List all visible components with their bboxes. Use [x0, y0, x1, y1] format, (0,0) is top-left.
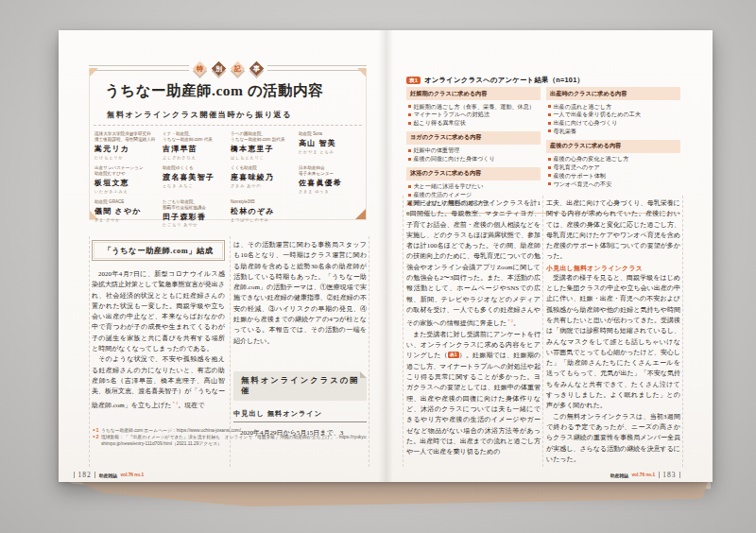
author-block: 助産院 GRACE儀間 さやかぎま さやか — [94, 199, 158, 228]
table-item-text: 産後の回復に向けた身体づくり — [414, 155, 495, 163]
paragraph: 工夫、出産に向けて心身づくり、母乳栄養に関する内容が求められていた。産後において… — [546, 198, 680, 263]
table-item-text: 母乳栄養 — [554, 128, 576, 136]
table-caption: 表1 オンラインクラスへのアンケート結果（n=101） — [406, 76, 584, 85]
author-affiliation: 助産院ゆくくる — [163, 165, 226, 171]
bullet-icon — [548, 129, 551, 132]
text-run: 週間にわたり無料のオンラインクラスを計16回開催した。母親教室、マタニティヨガ、… — [406, 199, 541, 328]
author-affiliation: 助産院 GRACE — [94, 199, 158, 205]
text-run: この無料オンラインクラスは、当初3週間で終わる予定であったが、ニーズの高さからク… — [546, 413, 680, 463]
author-affiliation: うちなー助産師.com 副代表 — [231, 137, 294, 143]
author-furigana: はしもとえりこ — [231, 155, 294, 160]
author-block: たごもり助産院、那覇市社会福祉協議会田子森彩香たごもり あやか — [163, 199, 226, 228]
author-name: 田子森彩香 — [163, 212, 226, 222]
survey-table: 妊娠期のクラスに求める内容妊娠期の過ごし方（食事、栄養、運動、休息）マイナートラ… — [406, 87, 680, 214]
table-item: 母乳育児へのケア — [546, 163, 680, 172]
page-edges-under — [72, 478, 709, 508]
author-affiliation: 那覇市社会福祉協議会 — [163, 205, 226, 211]
column-guide — [369, 236, 369, 467]
table-section-header: 妊娠期のクラスに求める内容 — [406, 87, 541, 100]
author-block: 日本助産師会母子未来センター佐喜眞優希さきま ゆうき — [299, 165, 362, 194]
author-block: Nonstyle365松林のぞみまつばやしのぞみ — [231, 199, 294, 228]
paragraph-group: 2020年4月7日に、新型コロナウイルス感染拡大防止対策として緊急事態宣言が発出… — [92, 269, 225, 411]
paragraph-group: 工夫、出産に向けて心身づくり、母乳栄養に関する内容が求められていた。産後において… — [546, 198, 680, 263]
bullet-icon — [548, 166, 551, 169]
column-guide — [682, 196, 683, 467]
paragraph: そのような状況で、不安や孤独感を抱える妊産婦さんの力になりたいと、有志の助産師5… — [92, 354, 225, 411]
table-item-text: 出産に向けて心身づくり — [554, 119, 618, 128]
table-item-text: 産後の心身の変化と過ごし方 — [554, 155, 629, 163]
bullet-icon — [408, 185, 411, 188]
text-run: 受講者の様子を見ると、両親学級をはじめとした集団クラスの中止や立ち会い出産の中止… — [546, 274, 680, 410]
text-run: 2020年4月7日に、新型コロナウイルス感染拡大防止対策として緊急事態宣言が発出… — [92, 270, 225, 352]
table-item-text: 起こり得る異常症状 — [414, 119, 466, 128]
author-furigana: ぎま さやか — [94, 217, 158, 222]
diamond-char: 記 — [234, 65, 241, 72]
reference-marker: ＊2 — [507, 318, 513, 323]
author-furigana: ざきみ あやの — [231, 183, 294, 188]
table-column-left: 妊娠期のクラスに求める内容妊娠期の過ごし方（食事、栄養、運動、休息）マイナートラ… — [406, 87, 541, 208]
table-item: 出産に向けて心身づくり — [546, 119, 680, 128]
author-furigana: いたがきふみえ — [94, 189, 158, 194]
column-guide — [89, 236, 90, 467]
journal-name: 助産雑誌 — [610, 473, 628, 478]
author-affiliation: 博士後期課程、母性関連婦人科 — [94, 137, 158, 143]
author-affiliation: くくる助産院 — [231, 165, 294, 171]
footer-separator — [679, 472, 680, 478]
author-block: 助産院 Sora高山 智美たかやま ともみ — [299, 131, 362, 160]
text-run: 。現在で — [178, 402, 204, 409]
table-item: 出産の流れと過ごし方 — [546, 103, 680, 112]
author-furigana: よしざわさなえ — [163, 155, 226, 160]
paragraph: この無料オンラインクラスは、当初3週間で終わる予定であったが、ニーズの高さからク… — [546, 412, 680, 465]
table-item-text: 妊娠中の体重管理 — [414, 146, 460, 155]
bullet-icon — [408, 105, 411, 108]
journal-volume: vol.76 no.1 — [120, 473, 144, 477]
table-item-text: 母乳育児へのケア — [554, 163, 600, 172]
table-item-text: マイナートラブルへの対処法 — [414, 111, 490, 119]
page-footer-right: 助産雑誌 vol.76 no.1 183 — [548, 471, 680, 479]
body-column-1: 「うちなー助産師.com」結成 2020年4月7日に、新型コロナウイルス感染拡大… — [92, 240, 225, 411]
article-subtitle: 無料オンラインクラス開催当時から振り返る — [107, 110, 292, 120]
diamond-badge: 特 — [192, 60, 207, 76]
table-section-header: 産後のクラスに求める内容 — [546, 140, 680, 153]
magazine-spread: 特別記事 うちなー助産師.com の活動内容 無料オンラインクラス開催当時から振… — [59, 30, 713, 482]
footnote-text: うちなー助産師.com ホームページ：https://www.uchina-jo… — [101, 428, 241, 435]
bullet-icon — [548, 174, 551, 177]
journal-volume: vol.76 no.1 — [631, 473, 655, 477]
photo-background: 特別記事 うちなー助産師.com の活動内容 無料オンラインクラス開催当時から振… — [0, 0, 756, 533]
sub-heading: 中見出し 無料オンライン — [233, 409, 367, 423]
section-heading-online-class: 無料オンラインクラスの開催 — [233, 371, 367, 401]
section-heading-label: 無料オンラインクラスの開催 — [241, 376, 359, 395]
bullet-icon — [548, 113, 551, 116]
author-name: 佐喜眞優希 — [299, 178, 362, 188]
author-name: 儀間 さやか — [94, 206, 158, 216]
diamond-char: 事 — [253, 65, 260, 72]
footnote-marker: ＊1 — [92, 428, 98, 435]
paragraph: また受講者に対し受講前にアンケートを行い、オンラインクラスに求める内容をヒアリン… — [406, 330, 541, 458]
author-affiliation: 母子未来センター — [299, 171, 362, 177]
author-block: ラベの園助産院、うちなー助産師.com 副代表橋本恵里子はしもとえりこ — [231, 131, 294, 160]
table-item: 妊娠中の体重管理 — [406, 146, 541, 155]
text-run: ）。妊娠期では、妊娠期の過ごし方、マイナートラブルへの対処法や起こり得る異常に関… — [406, 352, 541, 456]
author-name: 松林のぞみ — [231, 206, 294, 216]
author-furigana: さきま ゆうき — [299, 189, 362, 194]
table-item-text: ワンオペ育児への不安 — [554, 181, 612, 189]
table-section-header: 沐浴のクラスに求める内容 — [406, 167, 541, 181]
author-name: 渡名喜美智子 — [163, 172, 226, 182]
corner-ornament — [357, 68, 366, 77]
text-run: 。 — [513, 320, 520, 328]
footnote-text: 琉球新報：「『出産のイメージができた』涙を流す妊婦も オンラインで『母親学級』沖… — [101, 435, 368, 448]
title-frame: 特別記事 うちなー助産師.com の活動内容 無料オンラインクラス開催当時から振… — [89, 68, 367, 220]
page-number: 183 — [662, 471, 676, 479]
footer-separator — [94, 472, 95, 478]
text-run: は、その活動運営に関わる事務局スタッフも10名となり、一時期はクラス運営に関わる… — [233, 241, 367, 345]
text-run: 工夫、出産に向けて心身づくり、母乳栄養に関する内容が求められていた。産後において… — [546, 199, 680, 260]
gutter-shadow — [378, 30, 393, 482]
table-item: 産後のサポート体制 — [546, 172, 680, 181]
author-name: 嵩元リカ — [94, 144, 158, 154]
table-section-header: 出産時のクラスに求める内容 — [546, 87, 680, 100]
table-item-text: 夫と一緒に沐浴を学びたい — [414, 182, 484, 191]
diamond-badge: 事 — [249, 60, 264, 76]
author-furigana: まつばやしのぞみ — [231, 217, 294, 222]
bullet-icon — [548, 122, 551, 125]
dashed-rule — [94, 125, 362, 126]
